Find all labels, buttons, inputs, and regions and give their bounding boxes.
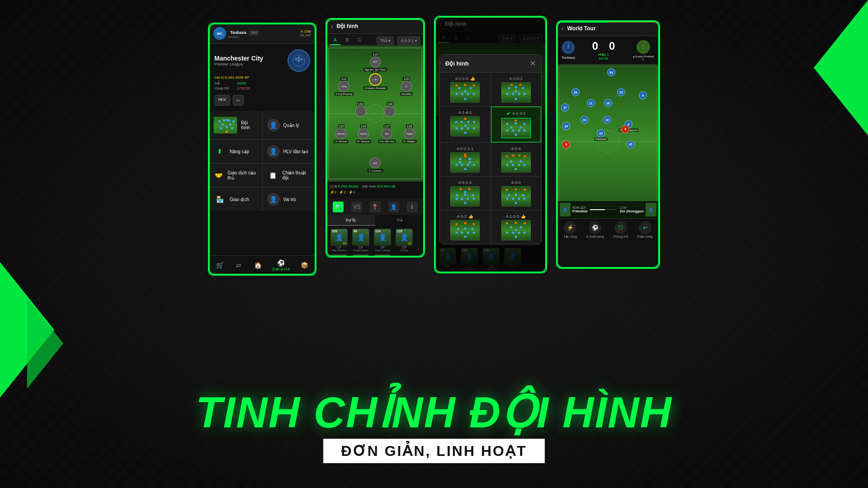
player-rb[interactable]: 118 Haliger A. Haliger: [402, 124, 416, 143]
p4-back-btn[interactable]: ‹: [561, 25, 564, 32]
p4-player-9-red[interactable]: 9: [562, 141, 570, 149]
p4-action-attack[interactable]: ⚡ Tấn công: [564, 221, 577, 239]
p1-menu-market[interactable]: 🏪 Giao dịch: [209, 188, 262, 211]
p1-menu-tactics[interactable]: 📋 Chiến thuật đội: [263, 164, 316, 187]
player-lb[interactable]: 120 Kimmo A. Kimmo: [334, 124, 348, 143]
p1-nav-shop[interactable]: 🛒: [216, 262, 225, 269]
p3-formation-4123b[interactable]: 4-1-2-3 👍: [491, 211, 542, 244]
p1-nav-home[interactable]: 🏠: [253, 262, 262, 269]
player-cdm1[interactable]: 120: [355, 102, 366, 117]
p2-stats-row: CLB 8,943.462B1 Đội hình 815,844.8B: [330, 184, 420, 188]
p3-formation-4141[interactable]: 4-1-4-1: [440, 107, 491, 142]
p4-team2-logo: [637, 40, 650, 54]
p2-field-center-circle: [366, 104, 384, 122]
phone-formation-field: ‹ Đội hình A B C Thủ ▾ 4-2-3-1 ▾: [326, 18, 425, 258]
p4-player-33[interactable]: 33 P.Nedvěd: [594, 129, 608, 141]
player-st[interactable]: 110 NVT Nguyen Van Toan: [363, 52, 387, 71]
p2-person-icon[interactable]: 👤: [388, 202, 399, 212]
p3-modal-close-btn[interactable]: ✕: [530, 59, 536, 68]
p2-search-icon[interactable]: 🔍: [333, 202, 344, 212]
p4-player-27[interactable]: 27: [561, 103, 569, 112]
p4-right-player-card: LCM Zhi Zhongguo 👤: [620, 203, 656, 216]
p4-team2: g Guoan Football C: [632, 40, 655, 61]
bench-player-6[interactable]: 119 👤 29 R.Gullit: [351, 254, 371, 258]
p1-manage-icon: ⚽: [277, 259, 286, 267]
p2-tab-c[interactable]: C: [354, 36, 364, 45]
p4-player-4[interactable]: 4: [639, 91, 647, 99]
bench-player-5[interactable]: 77 👤 CAM Isco: [329, 254, 349, 258]
p4-player-28[interactable]: 28: [571, 88, 580, 96]
p1-hlv-btn[interactable]: HLV: [214, 95, 230, 106]
p4-player-18[interactable]: 18: [603, 116, 611, 124]
p4-player-9b[interactable]: 9: [621, 125, 629, 133]
p1-formation-field: [213, 117, 237, 134]
p3-formation-424[interactable]: 4-2-4: [491, 143, 542, 176]
p4-action-ball-control[interactable]: ⚽ K.Soát bóng: [586, 221, 604, 239]
p3-formation-433[interactable]: 4-3-3: [491, 177, 542, 210]
p2-vs-icon[interactable]: VS: [351, 202, 362, 212]
p4-player-16[interactable]: 16: [604, 99, 612, 107]
p2-tab-b[interactable]: B: [342, 36, 353, 45]
p4-action-counter[interactable]: ↩ Phản công: [637, 221, 653, 239]
p2-back-btn[interactable]: ‹: [331, 23, 333, 30]
p1-menu-trade-player[interactable]: 🤝 Giao dịch cầu thủ: [209, 164, 262, 187]
p4-action-defend[interactable]: 🛡 Phòng thủ: [613, 221, 628, 239]
p1-upgrade-icon: ⬆: [213, 145, 226, 158]
player-rw-num: 120: [403, 77, 410, 81]
p2-position-select[interactable]: Thủ ▾: [377, 37, 394, 45]
p3-formation-433b[interactable]: 4-3-3 👍: [440, 211, 491, 244]
p4-action-row: ⚡ Tấn công ⚽ K.Soát bóng 🛡 Phòng thủ ↩ P…: [557, 218, 659, 241]
bench-player-7[interactable]: 118 👤 21 LW E.Hazard: [373, 254, 392, 258]
p3-formation-4231[interactable]: ✔ 4-2-3-1: [491, 107, 542, 142]
player-cb2[interactable]: 117 Kim Kim Min Joe: [378, 124, 396, 143]
p4-player-12[interactable]: 12: [587, 99, 595, 107]
p1-nav-transfer[interactable]: ⇄: [234, 262, 243, 269]
p1-menu-formation[interactable]: Đội hình: [209, 111, 262, 139]
p3-formation-4312[interactable]: 4-3-1-2: [440, 177, 491, 210]
p2-info-icon[interactable]: ℹ: [407, 202, 418, 212]
p4-player-10[interactable]: 10: [580, 116, 589, 124]
p1-coins: 8.23lB 22,747: [300, 29, 311, 38]
p1-menu-role[interactable]: 👤 Vai trò: [263, 188, 316, 211]
bench-player-3[interactable]: 114 👤 CF Park J.Sung: [373, 229, 392, 252]
p4-right-player-name: Zhi Zhongguo: [620, 209, 644, 213]
player-rw[interactable]: 120 R Ronaldo: [400, 77, 413, 96]
player-lw-name: Cong Phuong: [335, 92, 354, 96]
p3-formation-4132[interactable]: 4-1-3-2: [491, 73, 542, 106]
p1-menu-management[interactable]: 👤 Quản lý: [263, 111, 316, 139]
p4-field: 34 28 22 12 16 4 27: [557, 65, 659, 218]
p4-player-22[interactable]: 22: [617, 88, 625, 96]
player-cdm1-circle: [355, 106, 366, 117]
p1-menu-hlv-train[interactable]: 👤 HLV đào tạo: [263, 140, 316, 163]
p2-location-icon[interactable]: 📍: [370, 202, 381, 212]
p4-player-34[interactable]: 34: [607, 68, 615, 76]
p1-nav-manage[interactable]: ⚽ Quản lý CLB: [272, 259, 290, 271]
p2-tab-tre[interactable]: Trẻ: [375, 215, 424, 226]
p2-tab-du-bi[interactable]: Dự bị: [326, 215, 375, 226]
p4-player-45[interactable]: 45: [627, 141, 635, 149]
p4-player-20[interactable]: 20: [562, 122, 570, 130]
p1-nav-storage[interactable]: 📦: [300, 262, 309, 269]
player-lw[interactable]: 111 Cong Cong Phuong: [335, 77, 354, 96]
p3-formation-42211[interactable]: 4-2-2-1-1: [440, 143, 491, 176]
p4-slider[interactable]: [590, 209, 617, 210]
player-cb1[interactable]: 118 Varane R. Varane: [356, 124, 371, 143]
player-cdm2-num: 124: [387, 102, 394, 106]
p3-formation-4123[interactable]: 4-1-2-3 👍: [440, 73, 491, 106]
p1-username: Tsubasa: [230, 30, 246, 35]
player-cdm2[interactable]: 124: [384, 102, 395, 117]
bench-player-2[interactable]: 96 👤 CF T.Hernandez: [351, 229, 371, 252]
player-cam[interactable]: 115 CR Cristiano Ronaldo: [363, 69, 387, 90]
p2-tab-a[interactable]: A: [330, 36, 340, 45]
bench-player-1[interactable]: 103 👤 24 CF Alex Sandro: [329, 229, 349, 252]
player-gk[interactable]: 101 T. Courtois: [368, 158, 383, 173]
player-rb-num: 118: [406, 124, 413, 128]
player-st-circle: NVT: [370, 56, 381, 67]
p4-left-player-card: 👤 RDM 117 P.Neděid: [560, 203, 587, 216]
bench-player-2-img: 96 👤: [352, 229, 369, 246]
bench-player-4[interactable]: 115 👤 24 CF H.Son: [394, 229, 414, 252]
p1-edit-btn[interactable]: ✏: [233, 95, 244, 106]
p1-menu-upgrade[interactable]: ⬆ Nâng cấp: [209, 140, 262, 163]
player-lw-circle: Cong: [339, 81, 349, 92]
p2-formation-select[interactable]: 4-2-3-1 ▾: [397, 37, 420, 45]
